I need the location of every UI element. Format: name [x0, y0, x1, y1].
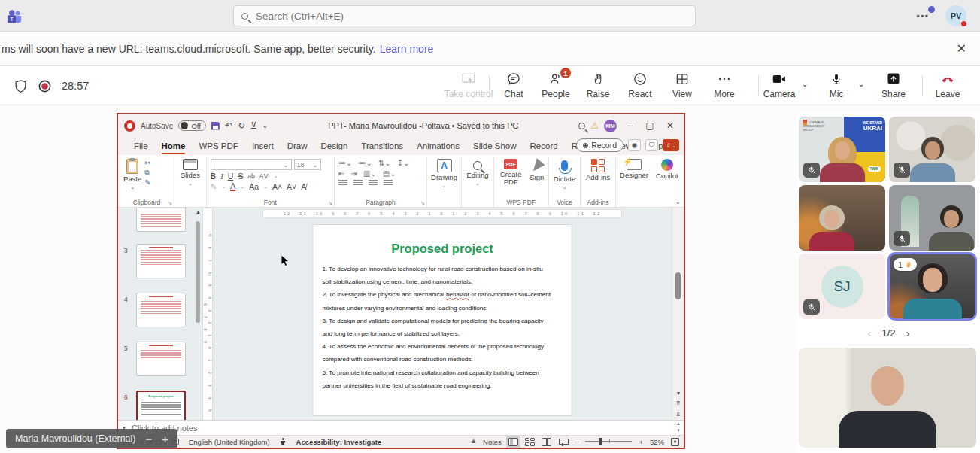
increase-indent-icon[interactable]: ⇥ — [351, 169, 357, 178]
text-direction-icon[interactable]: ▤⌄ — [383, 169, 396, 178]
bullets-icon[interactable]: ≔⌄ — [338, 159, 352, 167]
mic-button[interactable]: Mic — [820, 71, 853, 99]
slide-body-text[interactable]: 1. To develop an innovative technology f… — [323, 263, 563, 392]
zoom-out-icon[interactable]: − — [575, 438, 579, 446]
previous-page-chevron-icon[interactable]: ‹ — [867, 327, 871, 339]
paste-button[interactable]: Paste ⌄ — [123, 159, 141, 197]
participant-video-4[interactable] — [889, 185, 975, 251]
redo-icon[interactable]: ↻ — [238, 120, 245, 131]
menu-insert[interactable]: Insert — [245, 137, 281, 155]
teams-logo-icon[interactable]: T — [6, 8, 23, 25]
strikethrough-icon[interactable]: S — [238, 172, 243, 181]
bold-icon[interactable]: B — [211, 172, 217, 181]
save-icon[interactable] — [211, 122, 220, 130]
cut-icon[interactable]: ✂ — [144, 159, 150, 167]
font-name-select[interactable]: ⌄ — [211, 159, 292, 170]
zoom-out-overlay-icon[interactable]: − — [145, 433, 152, 445]
reading-view-icon[interactable] — [542, 438, 551, 446]
search-input[interactable] — [256, 11, 687, 22]
addins-button[interactable]: Add-ins — [586, 159, 610, 197]
participant-video-5[interactable]: SJ — [799, 254, 885, 319]
mic-options-chevron-icon[interactable]: ⌄ — [858, 80, 864, 88]
slide-thumbnail[interactable] — [136, 293, 186, 327]
slide-sorter-view-icon[interactable] — [525, 438, 535, 446]
share-button[interactable]: Share — [874, 71, 913, 99]
menu-slide-show[interactable]: Slide Show — [466, 137, 523, 155]
previous-slide-icon[interactable]: ⇈ — [672, 400, 684, 406]
menu-animations[interactable]: Animations — [410, 137, 466, 155]
comments-icon[interactable]: 🗩 — [645, 139, 658, 151]
italic-icon[interactable]: I — [220, 172, 223, 181]
addin-shortcut-icon[interactable]: ◉ — [628, 139, 641, 151]
align-right-icon[interactable] — [369, 180, 378, 187]
grow-font-icon[interactable]: A˄ — [272, 182, 282, 191]
slide-editing-area[interactable]: 12 11 10 9 8 7 6 5 4 3 2 1 0 1 2 3 4 5 6… — [213, 208, 672, 420]
fit-to-window-icon[interactable] — [671, 438, 679, 446]
slide-thumbnail-panel[interactable]: 3 4 5 6 Proposed project ▲ — [118, 208, 202, 420]
zoom-slider[interactable] — [585, 441, 632, 442]
ppt-share-button[interactable]: ⇧⌄ — [663, 139, 679, 151]
people-button[interactable]: 1 People — [535, 71, 577, 99]
language-indicator[interactable]: English (United Kingdom) — [189, 438, 270, 446]
undo-icon[interactable]: ↶ — [225, 120, 232, 131]
close-icon[interactable]: ✕ — [663, 120, 678, 131]
view-button[interactable]: View — [661, 71, 703, 99]
more-options-icon[interactable]: ••• — [916, 11, 929, 22]
line-spacing-icon[interactable]: ⇅⌄ — [378, 159, 391, 167]
slide-thumbnail[interactable] — [136, 244, 186, 278]
profile-avatar[interactable]: PV — [945, 5, 966, 26]
chat-button[interactable]: Chat — [493, 71, 535, 99]
present-icon[interactable]: ⊻ — [250, 120, 257, 131]
leave-button[interactable]: Leave — [928, 71, 967, 99]
quick-access-chevron-icon[interactable]: ⌄ — [262, 122, 269, 129]
notes-pane[interactable]: ▾ Click to add notes ▲▼ — [118, 420, 684, 435]
underline-icon[interactable]: U — [228, 172, 234, 181]
zoom-level[interactable]: 52% — [650, 438, 664, 446]
shield-icon[interactable] — [14, 78, 28, 94]
slide-thumbnail[interactable] — [136, 208, 186, 232]
ppt-user-avatar[interactable]: MM — [604, 120, 617, 132]
numbering-icon[interactable]: ≕⌄ — [359, 159, 372, 167]
drawing-button[interactable]: A Drawing ⌄ — [431, 159, 457, 197]
slideshow-view-icon[interactable] — [558, 438, 568, 446]
notes-toggle-label[interactable]: Notes — [483, 438, 502, 446]
thumbnail-scrollbar[interactable] — [196, 221, 200, 323]
columns-icon[interactable]: ▥⌄ — [363, 169, 377, 178]
dictate-button[interactable]: Dictate ⌄ — [554, 159, 576, 197]
camera-options-chevron-icon[interactable]: ⌄ — [802, 80, 808, 88]
scroll-down-icon[interactable]: ▼ — [672, 391, 684, 396]
slide-thumbnail-selected[interactable]: Proposed project — [136, 391, 186, 420]
format-painter-icon[interactable]: ✎ — [144, 178, 150, 187]
normal-view-icon[interactable] — [508, 438, 518, 446]
designer-button[interactable]: Designer — [620, 159, 648, 197]
zoom-slider-thumb[interactable] — [599, 438, 602, 445]
new-slide-button[interactable]: Slides ⌄ — [181, 159, 200, 197]
slide-scrollbar[interactable]: ▼ ⇈ ⇊ — [672, 208, 684, 420]
zoom-in-overlay-icon[interactable]: + — [162, 433, 168, 445]
text-shadow-icon[interactable]: ab — [247, 172, 254, 180]
paragraph-dialog-launcher-icon[interactable]: ↘ — [420, 200, 425, 206]
scrollbar-thumb[interactable] — [675, 272, 681, 299]
slide-title[interactable]: Proposed project — [314, 242, 572, 256]
decrease-indent-icon[interactable]: ⇤ — [338, 169, 344, 178]
change-case-icon[interactable]: Aa — [249, 182, 259, 191]
participant-video-3[interactable] — [799, 185, 885, 251]
slide-canvas[interactable]: Proposed project 1. To develop an innova… — [314, 225, 572, 415]
menu-file[interactable]: File — [127, 137, 155, 155]
notes-resize-icons[interactable]: ▲▼ — [676, 421, 681, 434]
participant-video-large[interactable] — [799, 348, 976, 448]
learn-more-link[interactable]: Learn more — [380, 43, 434, 55]
menu-transitions[interactable]: Transitions — [354, 137, 410, 155]
search-bar[interactable] — [233, 5, 696, 26]
character-spacing-icon[interactable]: AV — [259, 172, 269, 180]
shrink-font-icon[interactable]: A˅ — [287, 182, 296, 191]
clear-formatting-icon[interactable]: A̸ — [301, 182, 306, 191]
thumbnail-scroll-up-icon[interactable]: ▲ — [196, 209, 201, 214]
menu-design[interactable]: Design — [314, 137, 354, 155]
highlight-pen-icon[interactable]: ✎ — [211, 182, 217, 191]
editing-button[interactable]: Editing ⌄ — [466, 159, 488, 197]
participant-video-1[interactable]: CORMACK CONSULTANCY GROUP WE STAND UKRAI… — [799, 117, 885, 182]
react-button[interactable]: React — [619, 71, 661, 99]
align-left-icon[interactable] — [338, 180, 347, 187]
participant-video-6-speaking[interactable]: 1 — [889, 254, 975, 319]
